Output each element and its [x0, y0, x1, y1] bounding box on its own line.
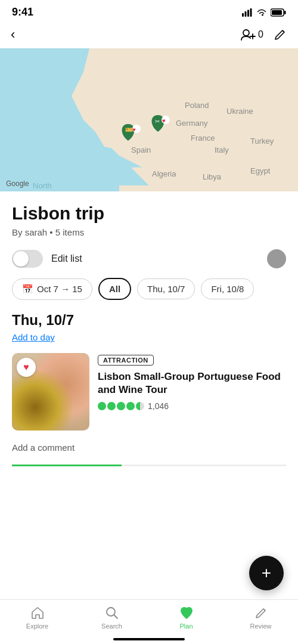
- svg-line-35: [263, 609, 265, 611]
- nav-search-label: Search: [101, 623, 122, 630]
- svg-text:Spain: Spain: [131, 145, 151, 154]
- svg-text:Libya: Libya: [203, 172, 222, 181]
- svg-text:♥: ♥: [132, 126, 136, 133]
- nav-review-label: Review: [250, 623, 271, 630]
- svg-text:North: North: [33, 181, 52, 190]
- chip-all-label: All: [109, 284, 120, 294]
- plan-heart-icon: [179, 606, 194, 620]
- chip-date-range[interactable]: 📅 Oct 7 → 15: [12, 278, 92, 300]
- svg-rect-2: [247, 10, 249, 17]
- chip-all[interactable]: All: [98, 278, 131, 300]
- date-chips: 📅 Oct 7 → 15 All Thu, 10/7 Fri, 10/8: [0, 278, 298, 312]
- nav-explore-label: Explore: [26, 623, 48, 630]
- avatar: [267, 249, 286, 268]
- svg-rect-3: [250, 8, 252, 17]
- star-1: [98, 402, 106, 410]
- day-heading: Thu, 10/7: [12, 312, 286, 329]
- svg-text:♥: ♥: [162, 117, 166, 124]
- svg-line-34: [114, 615, 117, 619]
- attraction-badge: ATTRACTION: [98, 355, 154, 366]
- chip-range-label: Oct 7 → 15: [37, 284, 82, 294]
- favorite-button[interactable]: ♥: [17, 358, 36, 377]
- svg-text:Germany: Germany: [176, 119, 208, 128]
- chip-thu[interactable]: Thu, 10/7: [137, 278, 195, 299]
- star-5-half: [136, 402, 144, 410]
- bottom-nav: Explore Search Plan Review: [0, 599, 298, 644]
- map-svg: North Atlantic Ocean Poland Germany Ukra…: [0, 48, 298, 191]
- add-comment-label[interactable]: Add a comment: [12, 442, 74, 453]
- toggle-thumb: [13, 251, 29, 267]
- svg-rect-6: [284, 11, 286, 14]
- chip-fri[interactable]: Fri, 10/8: [201, 278, 254, 299]
- status-icons: [242, 8, 286, 17]
- nav-review[interactable]: Review: [240, 606, 282, 630]
- add-comment: Add a comment: [0, 442, 298, 465]
- map-container: North Atlantic Ocean Poland Germany Ukra…: [0, 48, 298, 191]
- top-nav: ‹ 0: [0, 22, 298, 48]
- svg-text:Algeria: Algeria: [152, 169, 176, 178]
- signal-icon: [242, 8, 253, 17]
- edit-list-toggle[interactable]: [12, 250, 43, 268]
- trip-title: Lisbon trip: [12, 203, 286, 224]
- progress-bar: [12, 465, 122, 466]
- star-4: [126, 402, 135, 410]
- fab-add-button[interactable]: +: [249, 556, 284, 590]
- chip-thu-label: Thu, 10/7: [147, 284, 185, 294]
- svg-text:Egypt: Egypt: [250, 166, 271, 175]
- nav-plan[interactable]: Plan: [166, 606, 207, 630]
- back-button[interactable]: ‹: [11, 27, 15, 42]
- home-indicator: [113, 638, 185, 640]
- svg-rect-0: [242, 13, 244, 17]
- add-to-day-link[interactable]: Add to day: [12, 332, 55, 342]
- star-2: [107, 402, 116, 410]
- edit-list-label: Edit list: [51, 253, 82, 264]
- google-label: Google: [6, 179, 29, 188]
- svg-text:Turkey: Turkey: [250, 137, 274, 145]
- house-icon: [30, 606, 45, 620]
- add-user-button[interactable]: 0: [240, 28, 263, 41]
- svg-text:Italy: Italy: [215, 145, 229, 154]
- calendar-icon: 📅: [22, 284, 33, 295]
- review-icon: [254, 606, 268, 620]
- card-image-wrap: ♥: [12, 353, 89, 431]
- day-section: Thu, 10/7 Add to day ♥ ATTRACTION Lisbon…: [0, 312, 298, 431]
- edit-icon[interactable]: [273, 27, 287, 42]
- chip-fri-label: Fri, 10/8: [211, 284, 244, 294]
- svg-rect-5: [272, 10, 282, 15]
- svg-line-10: [283, 30, 284, 32]
- trip-info: Lisbon trip By sarah • 5 items: [0, 191, 298, 242]
- add-user-icon: [240, 28, 256, 41]
- attraction-card: ♥ ATTRACTION Lisbon Small-Group Portugue…: [12, 353, 286, 431]
- trip-meta: By sarah • 5 items: [12, 227, 286, 237]
- fab-plus-icon: +: [262, 564, 271, 583]
- edit-list-row: Edit list: [0, 242, 298, 278]
- svg-point-7: [243, 30, 249, 36]
- svg-rect-1: [245, 11, 247, 17]
- nav-explore[interactable]: Explore: [17, 606, 58, 630]
- star-3: [117, 402, 125, 410]
- status-bar: 9:41: [0, 0, 298, 22]
- svg-text:✂: ✂: [155, 118, 160, 125]
- heart-icon: ♥: [23, 362, 29, 373]
- svg-text:France: France: [191, 134, 215, 143]
- search-icon: [105, 606, 119, 620]
- nav-search[interactable]: Search: [91, 606, 133, 630]
- rating-row: 1,046: [98, 401, 286, 411]
- wifi-icon: [256, 8, 267, 17]
- add-user-count: 0: [258, 29, 263, 40]
- nav-plan-label: Plan: [179, 623, 193, 630]
- stars: [98, 402, 144, 410]
- battery-icon: [271, 8, 286, 17]
- review-count: 1,046: [148, 401, 169, 411]
- progress-bar-wrap: [12, 465, 286, 466]
- card-content: ATTRACTION Lisbon Small-Group Portuguese…: [98, 353, 286, 431]
- status-time: 9:41: [12, 6, 33, 18]
- svg-text:Poland: Poland: [185, 101, 209, 110]
- svg-text:Ukraine: Ukraine: [226, 107, 253, 116]
- nav-right: 0: [240, 27, 287, 42]
- attraction-name: Lisbon Small-Group Portuguese Food and W…: [98, 370, 286, 397]
